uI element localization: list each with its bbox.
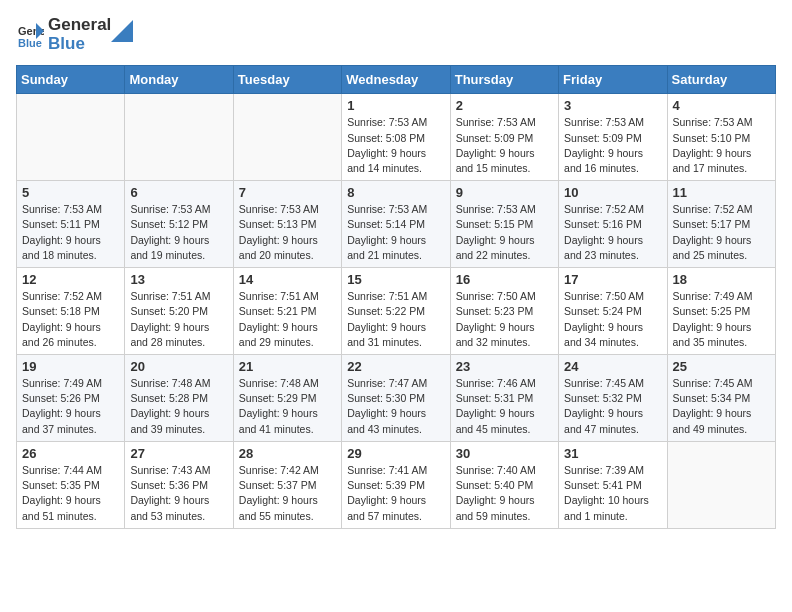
day-info: Sunrise: 7:53 AM Sunset: 5:09 PM Dayligh… <box>456 115 553 176</box>
logo-general-text: General <box>48 16 111 35</box>
day-number: 30 <box>456 446 553 461</box>
day-number: 20 <box>130 359 227 374</box>
calendar-cell: 3Sunrise: 7:53 AM Sunset: 5:09 PM Daylig… <box>559 94 667 181</box>
calendar-cell: 12Sunrise: 7:52 AM Sunset: 5:18 PM Dayli… <box>17 268 125 355</box>
weekday-header: Thursday <box>450 66 558 94</box>
day-info: Sunrise: 7:53 AM Sunset: 5:09 PM Dayligh… <box>564 115 661 176</box>
day-info: Sunrise: 7:42 AM Sunset: 5:37 PM Dayligh… <box>239 463 336 524</box>
day-info: Sunrise: 7:51 AM Sunset: 5:20 PM Dayligh… <box>130 289 227 350</box>
calendar-cell: 17Sunrise: 7:50 AM Sunset: 5:24 PM Dayli… <box>559 268 667 355</box>
day-info: Sunrise: 7:52 AM Sunset: 5:18 PM Dayligh… <box>22 289 119 350</box>
calendar-cell: 4Sunrise: 7:53 AM Sunset: 5:10 PM Daylig… <box>667 94 775 181</box>
calendar-cell: 31Sunrise: 7:39 AM Sunset: 5:41 PM Dayli… <box>559 441 667 528</box>
calendar-cell: 8Sunrise: 7:53 AM Sunset: 5:14 PM Daylig… <box>342 181 450 268</box>
svg-text:Blue: Blue <box>18 37 42 49</box>
day-number: 17 <box>564 272 661 287</box>
calendar-cell: 26Sunrise: 7:44 AM Sunset: 5:35 PM Dayli… <box>17 441 125 528</box>
page-header: General Blue General Blue <box>16 16 776 53</box>
calendar-cell: 30Sunrise: 7:40 AM Sunset: 5:40 PM Dayli… <box>450 441 558 528</box>
day-number: 19 <box>22 359 119 374</box>
day-info: Sunrise: 7:39 AM Sunset: 5:41 PM Dayligh… <box>564 463 661 524</box>
day-number: 6 <box>130 185 227 200</box>
calendar-cell: 11Sunrise: 7:52 AM Sunset: 5:17 PM Dayli… <box>667 181 775 268</box>
calendar-cell: 25Sunrise: 7:45 AM Sunset: 5:34 PM Dayli… <box>667 355 775 442</box>
calendar-cell: 20Sunrise: 7:48 AM Sunset: 5:28 PM Dayli… <box>125 355 233 442</box>
calendar-cell: 6Sunrise: 7:53 AM Sunset: 5:12 PM Daylig… <box>125 181 233 268</box>
calendar-cell: 16Sunrise: 7:50 AM Sunset: 5:23 PM Dayli… <box>450 268 558 355</box>
day-number: 21 <box>239 359 336 374</box>
day-info: Sunrise: 7:51 AM Sunset: 5:22 PM Dayligh… <box>347 289 444 350</box>
day-number: 31 <box>564 446 661 461</box>
day-info: Sunrise: 7:53 AM Sunset: 5:15 PM Dayligh… <box>456 202 553 263</box>
day-number: 18 <box>673 272 770 287</box>
calendar-table: SundayMondayTuesdayWednesdayThursdayFrid… <box>16 65 776 528</box>
calendar-cell: 22Sunrise: 7:47 AM Sunset: 5:30 PM Dayli… <box>342 355 450 442</box>
day-info: Sunrise: 7:53 AM Sunset: 5:10 PM Dayligh… <box>673 115 770 176</box>
calendar-week-row: 1Sunrise: 7:53 AM Sunset: 5:08 PM Daylig… <box>17 94 776 181</box>
weekday-header: Friday <box>559 66 667 94</box>
day-number: 7 <box>239 185 336 200</box>
weekday-header: Sunday <box>17 66 125 94</box>
day-info: Sunrise: 7:41 AM Sunset: 5:39 PM Dayligh… <box>347 463 444 524</box>
day-info: Sunrise: 7:50 AM Sunset: 5:23 PM Dayligh… <box>456 289 553 350</box>
logo-triangle-icon <box>111 20 133 42</box>
day-number: 25 <box>673 359 770 374</box>
day-number: 23 <box>456 359 553 374</box>
calendar-cell: 21Sunrise: 7:48 AM Sunset: 5:29 PM Dayli… <box>233 355 341 442</box>
day-info: Sunrise: 7:53 AM Sunset: 5:11 PM Dayligh… <box>22 202 119 263</box>
day-info: Sunrise: 7:49 AM Sunset: 5:25 PM Dayligh… <box>673 289 770 350</box>
day-number: 5 <box>22 185 119 200</box>
day-info: Sunrise: 7:53 AM Sunset: 5:12 PM Dayligh… <box>130 202 227 263</box>
calendar-cell: 2Sunrise: 7:53 AM Sunset: 5:09 PM Daylig… <box>450 94 558 181</box>
calendar-cell: 28Sunrise: 7:42 AM Sunset: 5:37 PM Dayli… <box>233 441 341 528</box>
day-info: Sunrise: 7:48 AM Sunset: 5:29 PM Dayligh… <box>239 376 336 437</box>
calendar-cell <box>17 94 125 181</box>
day-number: 15 <box>347 272 444 287</box>
calendar-cell <box>667 441 775 528</box>
day-info: Sunrise: 7:45 AM Sunset: 5:32 PM Dayligh… <box>564 376 661 437</box>
calendar-cell <box>233 94 341 181</box>
day-info: Sunrise: 7:50 AM Sunset: 5:24 PM Dayligh… <box>564 289 661 350</box>
day-info: Sunrise: 7:43 AM Sunset: 5:36 PM Dayligh… <box>130 463 227 524</box>
day-info: Sunrise: 7:48 AM Sunset: 5:28 PM Dayligh… <box>130 376 227 437</box>
day-number: 27 <box>130 446 227 461</box>
day-info: Sunrise: 7:46 AM Sunset: 5:31 PM Dayligh… <box>456 376 553 437</box>
day-info: Sunrise: 7:53 AM Sunset: 5:08 PM Dayligh… <box>347 115 444 176</box>
day-number: 24 <box>564 359 661 374</box>
calendar-week-row: 26Sunrise: 7:44 AM Sunset: 5:35 PM Dayli… <box>17 441 776 528</box>
calendar-cell: 19Sunrise: 7:49 AM Sunset: 5:26 PM Dayli… <box>17 355 125 442</box>
calendar-cell: 15Sunrise: 7:51 AM Sunset: 5:22 PM Dayli… <box>342 268 450 355</box>
day-number: 16 <box>456 272 553 287</box>
calendar-cell: 14Sunrise: 7:51 AM Sunset: 5:21 PM Dayli… <box>233 268 341 355</box>
day-number: 3 <box>564 98 661 113</box>
day-info: Sunrise: 7:40 AM Sunset: 5:40 PM Dayligh… <box>456 463 553 524</box>
day-number: 8 <box>347 185 444 200</box>
svg-marker-3 <box>111 20 133 42</box>
calendar-cell: 5Sunrise: 7:53 AM Sunset: 5:11 PM Daylig… <box>17 181 125 268</box>
calendar-cell: 10Sunrise: 7:52 AM Sunset: 5:16 PM Dayli… <box>559 181 667 268</box>
day-info: Sunrise: 7:44 AM Sunset: 5:35 PM Dayligh… <box>22 463 119 524</box>
day-number: 10 <box>564 185 661 200</box>
calendar-cell: 24Sunrise: 7:45 AM Sunset: 5:32 PM Dayli… <box>559 355 667 442</box>
day-info: Sunrise: 7:52 AM Sunset: 5:16 PM Dayligh… <box>564 202 661 263</box>
day-number: 14 <box>239 272 336 287</box>
day-number: 28 <box>239 446 336 461</box>
calendar-cell <box>125 94 233 181</box>
logo: General Blue General Blue <box>16 16 133 53</box>
day-info: Sunrise: 7:51 AM Sunset: 5:21 PM Dayligh… <box>239 289 336 350</box>
calendar-cell: 1Sunrise: 7:53 AM Sunset: 5:08 PM Daylig… <box>342 94 450 181</box>
day-number: 1 <box>347 98 444 113</box>
calendar-cell: 23Sunrise: 7:46 AM Sunset: 5:31 PM Dayli… <box>450 355 558 442</box>
day-info: Sunrise: 7:49 AM Sunset: 5:26 PM Dayligh… <box>22 376 119 437</box>
day-number: 26 <box>22 446 119 461</box>
logo-icon: General Blue <box>16 21 44 49</box>
day-info: Sunrise: 7:45 AM Sunset: 5:34 PM Dayligh… <box>673 376 770 437</box>
calendar-cell: 9Sunrise: 7:53 AM Sunset: 5:15 PM Daylig… <box>450 181 558 268</box>
day-number: 29 <box>347 446 444 461</box>
day-info: Sunrise: 7:47 AM Sunset: 5:30 PM Dayligh… <box>347 376 444 437</box>
calendar-week-row: 12Sunrise: 7:52 AM Sunset: 5:18 PM Dayli… <box>17 268 776 355</box>
weekday-header: Tuesday <box>233 66 341 94</box>
day-number: 11 <box>673 185 770 200</box>
day-number: 22 <box>347 359 444 374</box>
day-info: Sunrise: 7:53 AM Sunset: 5:14 PM Dayligh… <box>347 202 444 263</box>
